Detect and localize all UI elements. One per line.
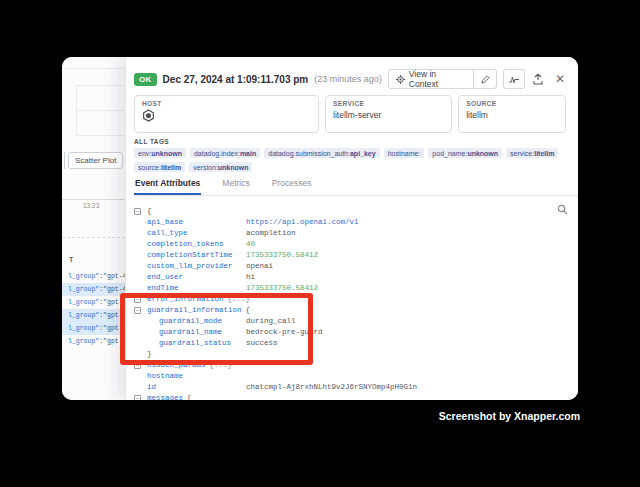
source-card[interactable]: SOURCE litellm xyxy=(458,95,566,133)
close-button[interactable]: ✕ xyxy=(552,72,568,86)
attribute-row: hostname xyxy=(134,371,574,382)
tag-pill[interactable]: source:litellm xyxy=(134,162,185,172)
red-highlight-annotation xyxy=(120,293,313,365)
tag-key: datadog.submission_auth: xyxy=(268,150,350,157)
search-icon[interactable] xyxy=(557,204,568,215)
tag-pill[interactable]: datadog.index:main xyxy=(190,148,260,158)
json-key[interactable]: call_type xyxy=(147,228,246,239)
list-item[interactable]: l_group":"gpt-4o xyxy=(62,309,125,322)
chart-axis-line xyxy=(62,199,125,200)
tag-key: source: xyxy=(138,164,161,171)
divider xyxy=(76,135,125,136)
json-key[interactable]: completion_tokens xyxy=(147,239,246,250)
json-key[interactable]: end_user xyxy=(147,272,246,283)
json-value: openai xyxy=(246,261,273,272)
json-value: 1735333750.58412 xyxy=(246,250,318,261)
screenshot-stage: Scatter Plot 13:23 T l_group":"gpt-4ol_g… xyxy=(0,0,640,487)
tag-key: service: xyxy=(510,150,534,157)
json-key[interactable]: completionStartTime xyxy=(147,250,246,261)
tab-processes[interactable]: Processes xyxy=(271,175,313,195)
status-badge: OK xyxy=(134,73,157,86)
tag-key: pod_name: xyxy=(432,150,467,157)
tag-value: main xyxy=(240,150,256,157)
list-item[interactable]: l_group":"gpt-4o xyxy=(62,283,125,296)
service-card[interactable]: SERVICE litellm-server xyxy=(325,95,452,133)
json-value: chatcmpl-Aj8rxhNLht9v2J6rSNYOmp4pH0G1n xyxy=(246,382,417,393)
tag-pill[interactable]: env:unknown xyxy=(134,148,186,158)
json-key[interactable]: messages xyxy=(147,393,183,400)
tag-pill[interactable]: service:litellm xyxy=(506,148,558,158)
list-column-header: T xyxy=(69,256,73,263)
button-separator xyxy=(64,152,65,169)
waveform-button[interactable] xyxy=(503,69,525,89)
tag-pill[interactable]: pod_name:unknown xyxy=(428,148,502,158)
json-key: l_group" xyxy=(68,273,99,280)
attribute-row: −messages[ xyxy=(134,393,574,400)
tag-value: unknown xyxy=(218,164,249,171)
divider xyxy=(62,68,125,69)
list-item[interactable]: l_group":"gpt-4o xyxy=(62,335,125,348)
json-brace: { xyxy=(147,206,152,217)
list-item[interactable]: l_group":"gpt-4o xyxy=(62,296,125,309)
list-item[interactable]: l_group":"gpt-4o xyxy=(62,270,125,283)
context-button-group: View in Context xyxy=(388,69,497,89)
json-value: acompletion xyxy=(246,228,296,239)
json-value: 40 xyxy=(246,239,255,250)
tab-metrics[interactable]: Metrics xyxy=(221,175,250,195)
json-brace: [ xyxy=(187,393,192,400)
host-card[interactable]: HOST xyxy=(134,95,319,133)
tag-list: env:unknowndatadog.index:maindatadog.sub… xyxy=(134,148,566,172)
tag-key: hostname: xyxy=(388,150,421,157)
service-card-label: SERVICE xyxy=(333,100,444,107)
attribute-row: custom_llm_provideropenai xyxy=(134,261,574,272)
host-card-label: HOST xyxy=(142,100,311,107)
tree-toggle-icon[interactable]: − xyxy=(134,395,141,400)
list-item[interactable]: l_group":"gpt-4o xyxy=(62,322,125,335)
attribute-row: −{ xyxy=(134,206,574,217)
json-key[interactable]: id xyxy=(147,382,246,393)
pencil-icon xyxy=(481,75,490,84)
divider xyxy=(76,85,125,86)
view-in-context-button[interactable]: View in Context xyxy=(389,70,474,88)
edit-button[interactable] xyxy=(474,70,496,88)
tag-pill[interactable]: datadog.submission_auth:api_key xyxy=(264,148,379,158)
tag-key: datadog.index: xyxy=(194,150,240,157)
json-key: l_group" xyxy=(68,312,99,319)
tag-key: env: xyxy=(138,150,151,157)
attribute-row: api_basehttps://api.openai.com/v1 xyxy=(134,217,574,228)
event-header: OK Dec 27, 2024 at 1:09:11.703 pm (23 mi… xyxy=(134,69,568,89)
export-button[interactable] xyxy=(531,69,547,89)
json-key[interactable]: custom_llm_provider xyxy=(147,261,246,272)
attribute-row: call_typeacompletion xyxy=(134,228,574,239)
attribute-row: completion_tokens40 xyxy=(134,239,574,250)
tag-pill[interactable]: hostname: xyxy=(384,148,425,158)
tag-pill[interactable]: version:unknown xyxy=(189,162,252,172)
json-key: l_group" xyxy=(68,286,99,293)
json-key: l_group" xyxy=(68,338,99,345)
json-key[interactable]: hostname xyxy=(147,371,246,382)
tree-gutter: − xyxy=(134,395,147,400)
all-tags-label: ALL TAGS xyxy=(134,138,566,145)
chart-axis-tick: 13:23 xyxy=(83,202,99,209)
json-key: l_group" xyxy=(68,299,99,306)
tag-value: litellm xyxy=(534,150,554,157)
divider xyxy=(76,110,125,111)
json-key: l_group" xyxy=(68,325,99,332)
close-icon: ✕ xyxy=(555,72,565,86)
source-card-label: SOURCE xyxy=(466,100,558,107)
host-hexagon-icon xyxy=(142,109,311,123)
event-timestamp: Dec 27, 2024 at 1:09:11.703 pm xyxy=(163,74,309,85)
json-key[interactable]: api_base xyxy=(147,217,246,228)
json-value[interactable]: https://api.openai.com/v1 xyxy=(246,217,359,228)
tag-value: api_key xyxy=(350,150,376,157)
source-card-value: litellm xyxy=(466,110,558,120)
tab-event-attributes[interactable]: Event Attributes xyxy=(134,175,201,195)
tree-toggle-icon[interactable]: − xyxy=(134,208,141,215)
background-log-list: l_group":"gpt-4ol_group":"gpt-4ol_group"… xyxy=(62,270,125,348)
scatter-plot-button[interactable]: Scatter Plot xyxy=(68,152,123,169)
detail-tabs: Event AttributesMetricsProcesses xyxy=(134,175,578,196)
scope-icon xyxy=(396,75,405,84)
json-value: hi xyxy=(246,272,255,283)
tag-value: unknown xyxy=(151,150,182,157)
upload-icon xyxy=(533,74,543,85)
